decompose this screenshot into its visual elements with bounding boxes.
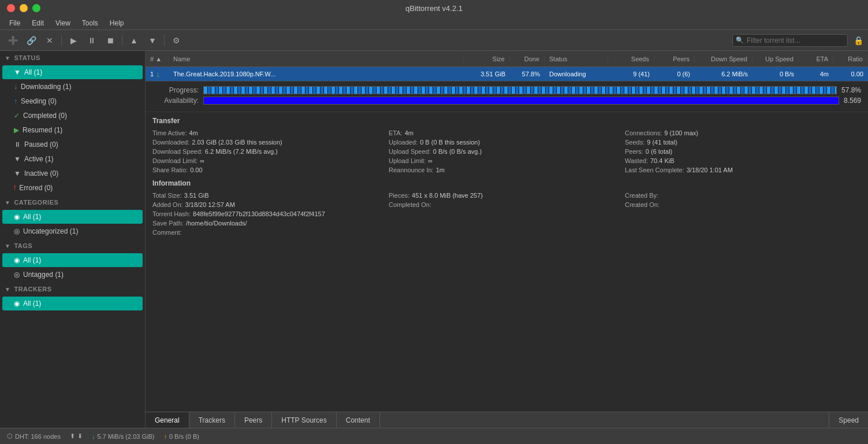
priority-down-button[interactable]: ▼ <box>144 32 161 49</box>
availability-fill <box>204 97 839 105</box>
tab-peers[interactable]: Peers <box>235 412 272 428</box>
downloading-icon: ↓ <box>14 83 17 91</box>
th-up-speed: Up Speed <box>752 56 799 62</box>
menu-bar: File Edit View Tools Help <box>0 16 868 30</box>
menu-view[interactable]: View <box>51 18 75 28</box>
active-icon: ▼ <box>14 155 21 163</box>
sidebar-item-paused[interactable]: ⏸ Paused (0) <box>2 138 143 151</box>
sidebar-item-untagged[interactable]: ◎ Untagged (1) <box>2 268 143 282</box>
sidebar-item-seeding[interactable]: ↑ Seeding (0) <box>2 94 143 108</box>
categories-section-header[interactable]: ▼ CATEGORIES <box>0 195 145 209</box>
trackers-section-header[interactable]: ▼ TRACKERS <box>0 282 145 296</box>
inactive-icon: ▼ <box>14 169 21 177</box>
td-done: 57.8% <box>510 71 545 77</box>
sidebar-item-completed[interactable]: ✓ Completed (0) <box>2 109 143 123</box>
share-ratio-value: 0.00 <box>190 166 202 173</box>
sidebar-item-seeding-label: Seeding (0) <box>21 97 57 105</box>
availability-label: Availability: <box>152 97 199 105</box>
tab-http-sources[interactable]: HTTP Sources <box>272 412 336 428</box>
comment-row: Comment: <box>152 228 389 237</box>
uploaded-value: 0 B (0 B this session) <box>420 139 480 146</box>
th-ratio: Ratio <box>833 56 868 62</box>
window-controls <box>7 4 40 12</box>
sidebar-item-active[interactable]: ▼ Active (1) <box>2 152 143 166</box>
close-button[interactable] <box>7 4 15 12</box>
sidebar-item-tag-all[interactable]: ◉ All (1) <box>2 253 143 267</box>
paused-icon: ⏸ <box>14 140 21 149</box>
sidebar-item-cat-all-label: All (1) <box>23 213 41 221</box>
priority-up-button[interactable]: ▲ <box>126 32 142 49</box>
dht-icon: ⬡ <box>7 432 13 440</box>
th-done: Done <box>510 56 545 62</box>
add-torrent-button[interactable]: ➕ <box>5 32 21 49</box>
last-seen-row: Last Seen Complete: 3/18/20 1:01 AM <box>625 165 861 175</box>
sidebar-item-inactive[interactable]: ▼ Inactive (0) <box>2 166 143 180</box>
tags-header-label: TAGS <box>14 242 32 249</box>
sidebar-item-downloading[interactable]: ↓ Downloading (1) <box>2 80 143 94</box>
created-on-row: Created On: <box>625 200 861 209</box>
content-area: # ▲ Name Size Done Status Seeds Peers Do… <box>146 51 868 428</box>
down-arrow-status-icon: ↓ <box>92 433 95 440</box>
delete-button[interactable]: ✕ <box>42 32 58 49</box>
transfer-info-col2: ETA: 4m Uploaded: 0 B (0 B this session)… <box>389 128 625 175</box>
down-arrow-icon: ↓ <box>156 69 160 79</box>
connections-value: 9 (100 max) <box>664 130 698 136</box>
eta-value: 4m <box>405 130 413 136</box>
th-seeds: Seeds <box>608 56 654 62</box>
torrent-table: # ▲ Name Size Done Status Seeds Peers Do… <box>146 51 868 82</box>
status-section-header[interactable]: ▼ STATUS <box>0 51 145 65</box>
added-on-row: Added On: 3/18/20 12:57 AM <box>152 200 389 209</box>
status-arrow: ▼ <box>5 55 10 61</box>
sidebar-item-cat-all[interactable]: ◉ All (1) <box>2 210 143 224</box>
completed-icon: ✓ <box>14 112 20 120</box>
share-ratio-label: Share Ratio: <box>152 166 188 173</box>
last-seen-label: Last Seen Complete: <box>625 166 684 173</box>
resume-button[interactable]: ▶ <box>65 32 81 49</box>
connections-label: Connections: <box>625 130 662 136</box>
tab-content[interactable]: Content <box>337 412 380 428</box>
sidebar-item-all[interactable]: ▼ All (1) <box>2 65 143 79</box>
pause-button[interactable]: ⏸ <box>84 32 100 49</box>
save-path-row: Save Path: /home/tio/Downloads/ <box>152 219 389 228</box>
upload-limit-value: ∞ <box>428 157 433 164</box>
sidebar-item-tag-all-label: All (1) <box>23 256 41 264</box>
table-row[interactable]: 1 ↓ The.Great.Hack.2019.1080p.NF.W... 3.… <box>146 67 868 81</box>
bottom-tabs: General Trackers Peers HTTP Sources Cont… <box>146 412 868 428</box>
peers-label: Peers: <box>625 148 643 155</box>
settings-button[interactable]: ⚙ <box>168 32 184 49</box>
speed-button[interactable]: Speed <box>829 412 868 428</box>
total-size-row: Total Size: 3.51 GiB <box>152 191 389 200</box>
title-bar: qBittorrent v4.2.1 <box>0 0 868 16</box>
stop-button[interactable]: ⏹ <box>102 32 118 49</box>
seeds-row: Seeds: 9 (41 total) <box>625 138 861 147</box>
tags-section-header[interactable]: ▼ TAGS <box>0 239 145 253</box>
menu-file[interactable]: File <box>5 18 25 28</box>
network-down-icon: ⬇ <box>77 432 83 440</box>
td-size: 3.51 GiB <box>464 71 510 77</box>
downloaded-row: Downloaded: 2.03 GiB (2.03 GiB this sess… <box>152 138 389 147</box>
download-speed-value: 6.2 MiB/s (7.2 MiB/s avg.) <box>205 148 278 155</box>
maximize-button[interactable] <box>32 4 40 12</box>
menu-tools[interactable]: Tools <box>77 18 103 28</box>
download-limit-label: Download Limit: <box>152 157 198 164</box>
add-url-button[interactable]: 🔗 <box>23 32 39 49</box>
transfer-info-col1: Time Active: 4m Downloaded: 2.03 GiB (2.… <box>152 128 389 175</box>
filter-input[interactable] <box>732 34 848 47</box>
categories-arrow: ▼ <box>5 199 10 206</box>
toolbar: ➕ 🔗 ✕ ▶ ⏸ ⏹ ▲ ▼ ⚙ 🔍 🔒 <box>0 30 868 51</box>
td-ratio: 0.00 <box>833 71 868 77</box>
tab-trackers[interactable]: Trackers <box>189 412 235 428</box>
sidebar-item-tracker-all[interactable]: ◉ All (1) <box>2 297 143 310</box>
tab-general[interactable]: General <box>146 412 189 428</box>
menu-help[interactable]: Help <box>105 18 129 28</box>
th-eta: ETA <box>799 56 833 62</box>
sidebar-item-uncategorized[interactable]: ◎ Uncategorized (1) <box>2 224 143 238</box>
sidebar-item-uncategorized-label: Uncategorized (1) <box>23 227 78 235</box>
time-active-label: Time Active: <box>152 130 187 136</box>
sidebar-item-resumed[interactable]: ▶ Resumed (1) <box>2 123 143 137</box>
menu-edit[interactable]: Edit <box>27 18 49 28</box>
sidebar-item-errored[interactable]: ! Errored (0) <box>2 181 143 195</box>
minimize-button[interactable] <box>20 4 28 12</box>
progress-row: Progress: 57.8% <box>152 86 861 94</box>
peers-row: Peers: 0 (6 total) <box>625 147 861 156</box>
